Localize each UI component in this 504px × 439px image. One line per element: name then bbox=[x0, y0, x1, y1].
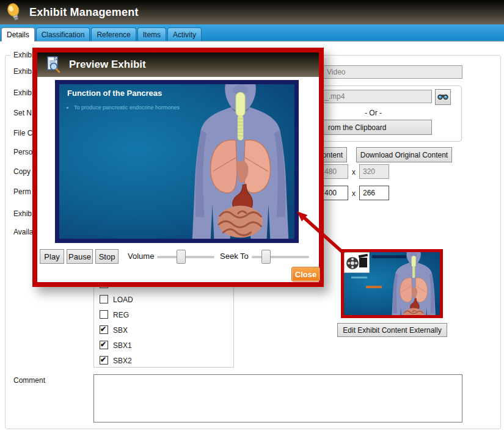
label-permission: Perm bbox=[13, 187, 31, 196]
display-height-field[interactable] bbox=[359, 186, 389, 200]
volume-slider[interactable] bbox=[157, 256, 214, 258]
exhibit-thumbnail[interactable] bbox=[341, 249, 443, 318]
seek-slider[interactable] bbox=[252, 256, 309, 258]
checkbox-sbx2-label: SBX2 bbox=[113, 357, 132, 365]
browse-button[interactable] bbox=[435, 89, 451, 105]
tab-reference[interactable]: Reference bbox=[91, 27, 136, 41]
pause-button[interactable]: Pause bbox=[67, 249, 93, 264]
comment-field[interactable] bbox=[93, 374, 462, 423]
document-magnifier-icon bbox=[46, 56, 62, 73]
label-exhibit-1: Exhib bbox=[13, 67, 32, 76]
checkbox-reg[interactable] bbox=[100, 310, 108, 319]
size-separator-2: x bbox=[352, 189, 356, 198]
label-copyright: Copy bbox=[13, 167, 31, 176]
label-file-content: File C bbox=[13, 129, 32, 137]
stop-button[interactable]: Stop bbox=[95, 249, 119, 264]
label-exhibit-2: Exhib bbox=[13, 89, 32, 97]
or-separator: - Or - bbox=[365, 109, 382, 117]
tab-classification[interactable]: Classification bbox=[36, 27, 90, 41]
original-height-field bbox=[359, 164, 389, 179]
checkbox-sbx1-label: SBX1 bbox=[113, 341, 132, 350]
label-set-name: Set N bbox=[13, 109, 32, 117]
tab-strip: Details Classification Reference Items A… bbox=[0, 24, 504, 42]
size-separator-1: x bbox=[352, 168, 356, 176]
thumbnail-text-dash bbox=[351, 277, 367, 278]
seek-slider-thumb[interactable] bbox=[261, 250, 271, 264]
close-button[interactable]: Close bbox=[291, 267, 320, 281]
video-slide-title: Function of the Pancreas bbox=[67, 89, 162, 98]
edit-exhibit-content-button[interactable]: Edit Exhibit Content Externally bbox=[337, 323, 447, 337]
thumbnail-text-dash2 bbox=[366, 286, 382, 288]
tab-activity[interactable]: Activity bbox=[167, 27, 202, 41]
binoculars-icon bbox=[437, 93, 448, 101]
volume-label: Volume bbox=[128, 252, 154, 261]
checkbox-sbx-label: SBX bbox=[113, 326, 128, 335]
window-title: Exhibit Management bbox=[29, 6, 139, 19]
play-button[interactable]: Play bbox=[40, 249, 64, 264]
tab-details[interactable]: Details bbox=[1, 27, 35, 42]
checkbox-sbx1[interactable] bbox=[100, 341, 108, 349]
thumbnail-title-strip bbox=[372, 255, 406, 258]
label-exhibit-3: Exhib bbox=[13, 209, 32, 218]
film-reel-icon bbox=[344, 252, 370, 273]
checkbox-sbx[interactable] bbox=[100, 325, 108, 334]
preview-exhibit-dialog: Preview Exhibit Function of the Pancreas… bbox=[32, 48, 324, 287]
tab-items[interactable]: Items bbox=[137, 27, 166, 41]
checkbox-load[interactable] bbox=[100, 295, 108, 303]
volume-slider-thumb[interactable] bbox=[177, 250, 186, 264]
lightbulb-icon bbox=[4, 2, 24, 23]
preview-dialog-title: Preview Exhibit bbox=[69, 59, 146, 71]
comment-label: Comment bbox=[13, 376, 45, 385]
video-slide-bullet: To produce pancreatic endocrine hormones bbox=[74, 104, 180, 111]
preview-dialog-titlebar: Preview Exhibit bbox=[37, 53, 319, 77]
video-slide-bullets: To produce pancreatic endocrine hormones bbox=[74, 104, 180, 111]
window-titlebar: Exhibit Management bbox=[0, 0, 504, 24]
thumbnail-image bbox=[344, 252, 440, 315]
exhibit-management-window: Exhibit Management Details Classificatio… bbox=[0, 0, 504, 439]
anatomy-illustration bbox=[186, 84, 294, 239]
checkbox-reg-label: REG bbox=[113, 311, 129, 319]
seek-label: Seek To bbox=[220, 252, 249, 261]
download-original-content-button[interactable]: Download Original Content bbox=[356, 147, 452, 162]
video-player-display: Function of the Pancreas To produce panc… bbox=[55, 80, 299, 243]
checkbox-sbx2[interactable] bbox=[100, 356, 108, 365]
anatomy-illustration-small bbox=[387, 252, 440, 315]
label-personal: Perso bbox=[13, 148, 32, 156]
checkbox-load-label: LOAD bbox=[113, 296, 133, 304]
label-available: Availa bbox=[13, 228, 33, 236]
